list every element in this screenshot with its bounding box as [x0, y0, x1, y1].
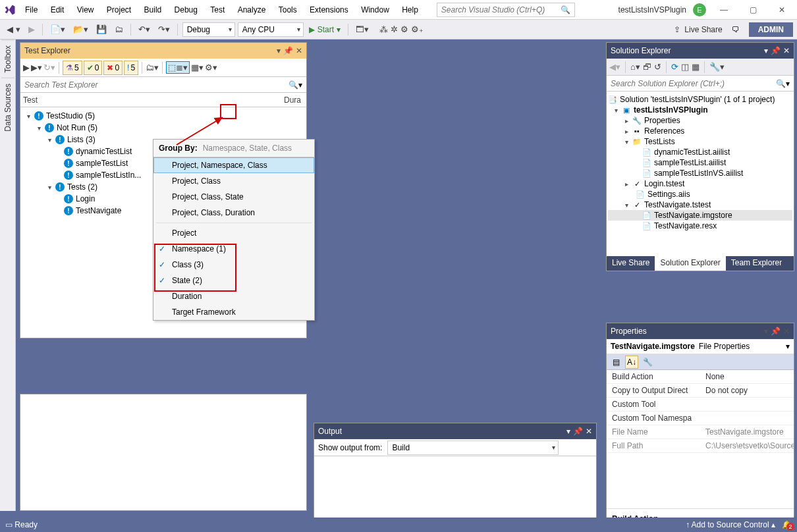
- categorize-button[interactable]: ▤: [609, 356, 622, 369]
- run-all-button[interactable]: ▶: [23, 63, 30, 72]
- popup-item[interactable]: Duration: [153, 288, 314, 304]
- popup-item[interactable]: Project, Class, State: [153, 189, 314, 205]
- redo-button[interactable]: ↷▾: [155, 23, 173, 36]
- source-control-button[interactable]: ↑ Add to Source Control ▴: [686, 520, 775, 529]
- maximize-button[interactable]: ▢: [742, 3, 764, 17]
- close-panel-icon[interactable]: ✕: [296, 46, 302, 55]
- save-button[interactable]: 💾: [94, 23, 109, 36]
- menu-view[interactable]: View: [72, 3, 99, 17]
- menu-edit[interactable]: Edit: [45, 3, 70, 17]
- global-search-input[interactable]: [441, 5, 561, 14]
- group-hierarchy-button[interactable]: ⬚≣▾: [166, 61, 190, 74]
- feedback-icon[interactable]: 🗨: [732, 25, 740, 34]
- global-search[interactable]: 🔍: [437, 3, 575, 17]
- open-button[interactable]: 📂▾: [70, 23, 91, 36]
- pin-icon[interactable]: 📌: [771, 46, 781, 55]
- file-node[interactable]: ✓Login.tstest: [608, 178, 792, 189]
- home-icon[interactable]: ⌂▾: [630, 62, 640, 72]
- refresh-icon[interactable]: ⟳: [671, 62, 678, 72]
- popup-item-checked[interactable]: Class (3): [153, 257, 314, 273]
- platform-combo[interactable]: Any CPU: [238, 22, 304, 37]
- test-explorer-search[interactable]: 🔍▾: [20, 77, 306, 93]
- references-node[interactable]: ▪▪References: [608, 126, 792, 136]
- prop-val[interactable]: Do not copy: [700, 384, 794, 398]
- nav-fwd-button[interactable]: ▶: [26, 23, 38, 36]
- testlists-folder[interactable]: 📁TestLists: [608, 136, 792, 147]
- fail-count[interactable]: ✖0: [103, 61, 123, 75]
- pin-icon[interactable]: 📌: [283, 46, 293, 55]
- search-icon[interactable]: 🔍▾: [289, 80, 302, 90]
- ext3-icon[interactable]: ⚙: [400, 24, 408, 34]
- menu-debug[interactable]: Debug: [169, 3, 203, 17]
- menu-test[interactable]: Test: [205, 3, 230, 17]
- tab-solution-explorer[interactable]: Solution Explorer: [655, 256, 725, 271]
- playlist-button[interactable]: 🗂▾: [146, 63, 159, 72]
- menu-project[interactable]: Project: [101, 3, 136, 17]
- close-panel-icon[interactable]: ✕: [586, 427, 592, 436]
- popup-item[interactable]: Target Framework: [153, 304, 314, 320]
- panel-dropdown-icon[interactable]: ▾: [764, 46, 768, 55]
- pin-icon[interactable]: 📌: [771, 327, 781, 336]
- file-node[interactable]: 📄sampleTestList.aiilist: [608, 157, 792, 168]
- panel-dropdown-icon[interactable]: ▾: [764, 327, 768, 336]
- close-button[interactable]: ✕: [771, 3, 793, 17]
- menu-build[interactable]: Build: [139, 3, 167, 17]
- search-icon[interactable]: 🔍▾: [776, 79, 790, 88]
- config-combo[interactable]: Debug: [182, 22, 235, 37]
- side-tab-datasources[interactable]: Data Sources: [1, 78, 14, 137]
- prop-key[interactable]: Custom Tool: [607, 398, 700, 412]
- properties-node[interactable]: 🔧Properties: [608, 115, 792, 126]
- file-node[interactable]: 📄sampleTestListInVS.aiilist: [608, 168, 792, 178]
- ext4-icon[interactable]: ⚙₊: [411, 24, 424, 34]
- nav-back-button[interactable]: ◀ ▾: [4, 23, 23, 36]
- side-tab-toolbox[interactable]: Toolbox: [1, 40, 14, 78]
- notifications-button[interactable]: 🔔2: [782, 520, 792, 529]
- properties-icon[interactable]: 🔧▾: [709, 62, 725, 72]
- popup-item[interactable]: Project: [153, 225, 314, 241]
- solution-search-input[interactable]: [611, 79, 776, 88]
- property-object-selector[interactable]: TestNavigate.imgstore File Properties ▾: [607, 339, 794, 354]
- menu-window[interactable]: Window: [356, 3, 395, 17]
- prop-pages-button[interactable]: 🔧: [641, 356, 654, 369]
- popup-item[interactable]: Project, Class, Duration: [153, 205, 314, 221]
- columns-button[interactable]: ▦▾: [191, 63, 204, 72]
- popup-item-checked[interactable]: Namespace (1): [153, 241, 314, 257]
- file-node[interactable]: 📄Settings.aiis: [608, 189, 792, 200]
- popup-item-checked[interactable]: State (2): [153, 273, 314, 288]
- prop-key[interactable]: Copy to Output Direct: [607, 384, 700, 398]
- scope-icon[interactable]: ↺: [654, 62, 661, 72]
- collapse-icon[interactable]: ◫: [681, 62, 689, 72]
- ext2-icon[interactable]: ✲: [391, 24, 398, 34]
- search-icon[interactable]: 🔍: [561, 5, 570, 14]
- alpha-sort-button[interactable]: A↓: [625, 356, 638, 369]
- popup-item[interactable]: Project, Class: [153, 173, 314, 189]
- popup-item[interactable]: Project, Namespace, Class: [153, 157, 314, 173]
- close-panel-icon[interactable]: ✕: [783, 46, 790, 55]
- menu-analyze[interactable]: Analyze: [233, 3, 271, 17]
- prop-key[interactable]: Build Action: [607, 370, 700, 384]
- live-share-button[interactable]: ⇪ Live Share: [674, 25, 722, 34]
- file-node[interactable]: 📄TestNavigate.resx: [608, 221, 792, 231]
- start-button[interactable]: ▶Start ▾: [306, 24, 343, 36]
- file-node[interactable]: ✓TestNavigate.tstest: [608, 200, 792, 210]
- back-icon[interactable]: ◀▾: [609, 62, 620, 72]
- tree-notrun[interactable]: !Not Run (5): [27, 122, 306, 134]
- prop-key[interactable]: Custom Tool Namespa: [607, 412, 700, 425]
- sync-icon[interactable]: 🗗: [643, 62, 651, 72]
- step-button[interactable]: 🗔▾: [353, 23, 371, 36]
- prop-val[interactable]: None: [700, 370, 794, 384]
- panel-dropdown-icon[interactable]: ▾: [566, 427, 570, 436]
- pin-icon[interactable]: 📌: [573, 427, 583, 436]
- menu-extensions[interactable]: Extensions: [304, 3, 354, 17]
- minimize-button[interactable]: —: [713, 3, 735, 17]
- repeat-button[interactable]: ↻▾: [43, 63, 55, 72]
- solution-node[interactable]: 📑Solution 'testListsInVSPlugin' (1 of 1 …: [608, 94, 792, 105]
- test-explorer-search-input[interactable]: [24, 80, 289, 90]
- project-node[interactable]: ▣testListsInVSPlugin: [608, 105, 792, 115]
- show-all-icon[interactable]: ▦: [692, 62, 700, 72]
- ext1-icon[interactable]: ⁂: [379, 24, 388, 34]
- panel-dropdown-icon[interactable]: ▾: [277, 46, 281, 55]
- tab-team-explorer[interactable]: Team Explorer: [726, 256, 787, 271]
- run-button[interactable]: ▶▾: [31, 63, 42, 72]
- flask-count[interactable]: ⚗5: [63, 61, 82, 75]
